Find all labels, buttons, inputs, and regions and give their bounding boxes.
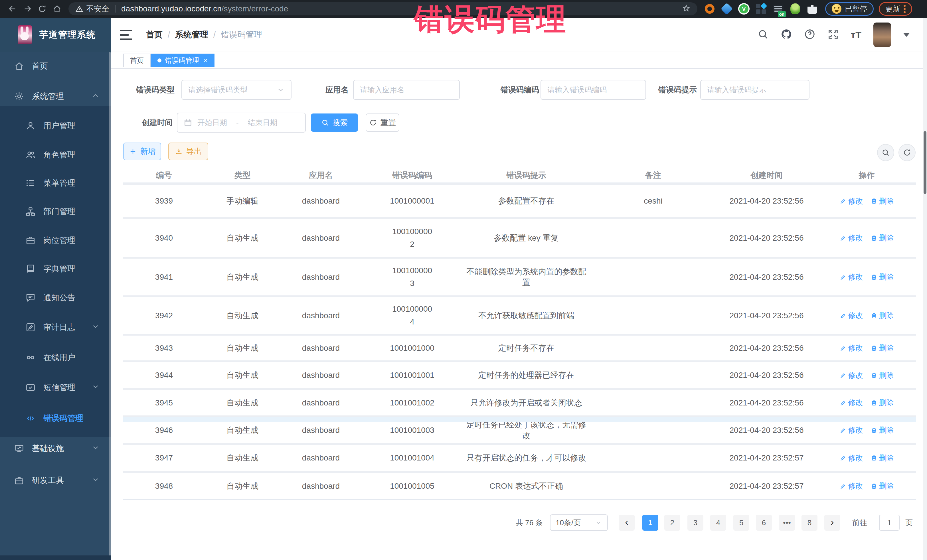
page-scrollbar-thumb[interactable] [924, 131, 926, 194]
extension-gem-icon[interactable] [721, 3, 733, 15]
font-size-icon[interactable]: тT [851, 29, 862, 41]
sidebar-item-在线用户[interactable]: 在线用户 [0, 343, 111, 372]
delete-link[interactable]: 删除 [871, 311, 894, 320]
search-icon[interactable] [757, 29, 769, 41]
delete-link[interactable]: 删除 [871, 398, 894, 408]
browser-back-icon[interactable] [5, 2, 20, 16]
table-row[interactable]: 3939手动编辑dashboard1001000001参数配置不存在ceshi2… [123, 183, 916, 217]
show-search-toggle-button[interactable] [877, 144, 894, 161]
refresh-table-button[interactable] [898, 144, 916, 161]
extension-key-icon[interactable] [789, 3, 801, 15]
browser-update-button[interactable]: 更新 [879, 2, 912, 16]
filter-code-input[interactable] [541, 80, 646, 100]
edit-link[interactable]: 修改 [840, 233, 863, 243]
sidebar-item-首页[interactable]: 首页 [0, 52, 111, 80]
sidebar-item-研发工具[interactable]: 研发工具 [0, 466, 111, 495]
pagination-page-8[interactable]: 8 [801, 514, 818, 531]
pagination-page-5[interactable]: 5 [733, 514, 749, 531]
delete-link[interactable]: 删除 [871, 196, 894, 206]
table-row[interactable]: 3942自动生成dashboard1001000004不允许获取敏感配置到前端2… [123, 295, 916, 334]
sidebar-item-菜单管理[interactable]: 菜单管理 [0, 169, 111, 197]
sidebar-item-部门管理[interactable]: 部门管理 [0, 197, 111, 226]
delete-link[interactable]: 删除 [871, 481, 894, 491]
search-button[interactable]: 搜索 [311, 114, 358, 132]
table-row[interactable]: 3947自动生成dashboard1001001004只有开启状态的任务，才可以… [123, 443, 916, 471]
edit-link[interactable]: 修改 [840, 272, 863, 282]
browser-home-icon[interactable] [50, 2, 64, 16]
github-icon[interactable] [781, 29, 792, 41]
pagination-page-6[interactable]: 6 [756, 514, 772, 531]
table-row[interactable]: 3945自动生成dashboard1001001002只允许修改为开启或者关闭状… [123, 389, 916, 416]
edit-link[interactable]: 修改 [840, 196, 863, 206]
sidebar-item-基础设施[interactable]: 基础设施 [0, 434, 111, 463]
table-row[interactable]: 3948自动生成dashboard1001001005CRON 表达式不正确20… [123, 471, 916, 499]
extension-list-on-icon[interactable]: on [772, 3, 784, 15]
pagination-prev-button[interactable]: ‹ [619, 514, 635, 531]
tab-home[interactable]: 首页 [123, 54, 150, 67]
tab-error-code[interactable]: 错误码管理 × [150, 54, 214, 67]
filter-app-input[interactable] [353, 80, 460, 100]
edit-link[interactable]: 修改 [840, 343, 863, 353]
filter-daterange-picker[interactable]: 开始日期 - 结束日期 [177, 112, 306, 133]
edit-link[interactable]: 修改 [840, 425, 863, 435]
help-icon[interactable] [804, 29, 816, 41]
app-logo[interactable]: 芋道管理系统 [0, 18, 111, 52]
table-row[interactable]: 3943自动生成dashboard1001001000定时任务不存在2021-0… [123, 334, 916, 360]
delete-link[interactable]: 删除 [871, 233, 894, 243]
table-row[interactable]: 3946自动生成dashboard1001001003定时任务已经处于该状态，无… [123, 416, 916, 443]
fullscreen-icon[interactable] [827, 29, 839, 41]
sidebar-item-审计日志[interactable]: 审计日志 [0, 313, 111, 341]
breadcrumb-home[interactable]: 首页 [146, 29, 163, 41]
table-row[interactable]: 3940自动生成dashboard1001000002参数配置 key 重复20… [123, 217, 916, 257]
breadcrumb-system[interactable]: 系统管理 [175, 29, 208, 41]
filter-msg-input[interactable] [700, 80, 810, 100]
sidebar-item-角色管理[interactable]: 角色管理 [0, 141, 111, 169]
edit-link[interactable]: 修改 [840, 398, 863, 408]
extension-grid-icon[interactable] [755, 3, 767, 15]
pagination-next-button[interactable]: › [824, 514, 840, 531]
delete-link[interactable]: 删除 [871, 343, 894, 353]
pagination-page-3[interactable]: 3 [687, 514, 704, 531]
extension-donut-icon[interactable] [704, 3, 716, 15]
extensions-puzzle-icon[interactable] [806, 3, 818, 15]
delete-link[interactable]: 删除 [871, 425, 894, 435]
pagination-ellipsis[interactable]: ••• [779, 514, 795, 531]
edit-link[interactable]: 修改 [840, 481, 863, 491]
sidebar-toggle-icon[interactable] [120, 30, 132, 40]
sidebar-item-错误码管理[interactable]: 错误码管理 [0, 404, 111, 433]
reset-button[interactable]: 重置 [366, 114, 399, 132]
sidebar-scrollbar[interactable] [109, 52, 111, 560]
sidebar-item-通知公告[interactable]: 通知公告 [0, 284, 111, 312]
sidebar-item-系统管理[interactable]: 系统管理 [0, 82, 111, 111]
delete-link[interactable]: 删除 [871, 453, 894, 463]
user-avatar[interactable] [873, 23, 891, 47]
edit-link[interactable]: 修改 [840, 311, 863, 320]
goto-page-input[interactable] [879, 514, 900, 531]
bookmark-star-icon[interactable] [682, 4, 690, 14]
add-button[interactable]: 新增 [123, 143, 161, 160]
export-button[interactable]: 导出 [168, 143, 208, 160]
delete-link[interactable]: 删除 [871, 370, 894, 380]
security-chip[interactable]: 不安全 [75, 4, 109, 14]
edit-link[interactable]: 修改 [840, 370, 863, 380]
sidebar-item-用户管理[interactable]: 用户管理 [0, 111, 111, 140]
page-size-select[interactable]: 10条/页 [550, 514, 608, 531]
browser-reload-icon[interactable] [35, 2, 50, 16]
pagination-page-4[interactable]: 4 [710, 514, 726, 531]
extension-vue-icon[interactable]: V [738, 3, 750, 15]
browser-forward-icon[interactable] [20, 2, 35, 16]
pagination-page-2[interactable]: 2 [664, 514, 680, 531]
sidebar-item-字典管理[interactable]: 字典管理 [0, 255, 111, 283]
delete-link[interactable]: 删除 [871, 272, 894, 282]
tab-close-icon[interactable]: × [204, 56, 208, 64]
address-bar[interactable]: 不安全 dashboard.yudao.iocoder.cn/system/er… [68, 2, 698, 15]
table-row[interactable]: 3941自动生成dashboard1001000003不能删除类型为系统内置的参… [123, 257, 916, 295]
browser-menu-icon[interactable] [904, 5, 906, 13]
sidebar-item-短信管理[interactable]: 短信管理 [0, 373, 111, 402]
edit-link[interactable]: 修改 [840, 453, 863, 463]
page-scrollbar-track[interactable] [923, 18, 927, 560]
filter-type-select[interactable]: 请选择错误码类型 [181, 80, 292, 100]
table-row[interactable]: 3944自动生成dashboard1001001001定时任务的处理器已经存在2… [123, 360, 916, 389]
pagination-page-1[interactable]: 1 [642, 514, 658, 531]
profile-paused-chip[interactable]: 已暂停 [825, 2, 874, 16]
